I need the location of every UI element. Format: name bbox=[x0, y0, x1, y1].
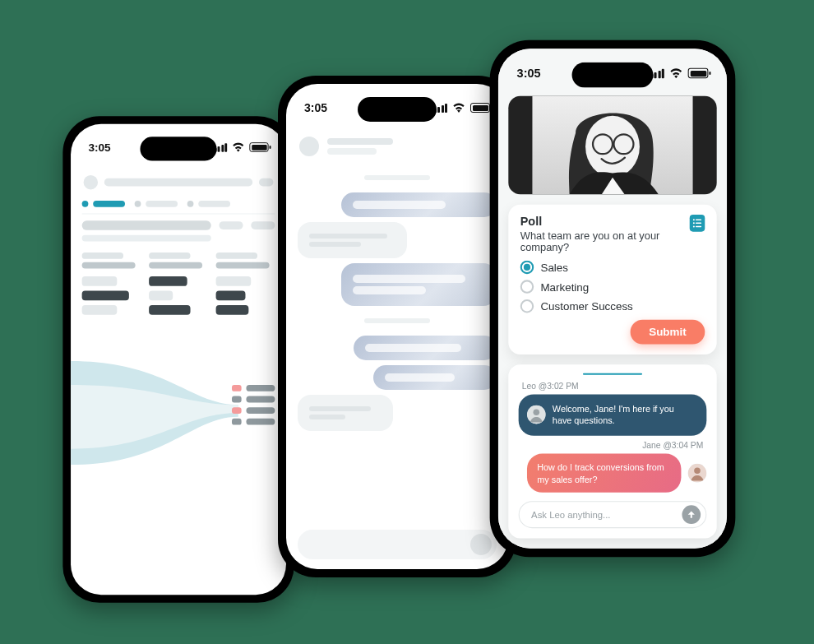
poll-option-sales[interactable]: Sales bbox=[520, 261, 705, 274]
battery-icon bbox=[688, 68, 709, 78]
svg-point-13 bbox=[534, 410, 540, 416]
phone-analytics: 3:05 bbox=[62, 116, 294, 603]
title-skeleton bbox=[82, 220, 275, 230]
poll-title: Poll bbox=[520, 215, 690, 228]
status-time: 3:05 bbox=[88, 141, 110, 154]
chat-input-skeleton[interactable] bbox=[298, 530, 497, 559]
status-icons bbox=[214, 142, 268, 152]
card-handle[interactable] bbox=[583, 373, 642, 375]
presenter-video[interactable] bbox=[508, 96, 716, 195]
poll-option-label: Customer Success bbox=[540, 300, 632, 313]
poll-option-cs[interactable]: Customer Success bbox=[520, 299, 705, 313]
tab-item[interactable] bbox=[187, 201, 230, 207]
tab-item[interactable] bbox=[82, 201, 125, 207]
poll-option-marketing[interactable]: Marketing bbox=[520, 280, 705, 294]
chat-skeleton-content bbox=[286, 84, 508, 569]
chat-input[interactable]: Ask Leo anything... bbox=[519, 501, 707, 528]
svg-point-8 bbox=[693, 223, 695, 225]
message-meta: Jane @3:04 PM bbox=[519, 441, 704, 450]
svg-rect-7 bbox=[696, 220, 701, 220]
message-bubble bbox=[373, 365, 497, 390]
submit-button[interactable]: Submit bbox=[631, 320, 705, 345]
send-arrow-icon[interactable] bbox=[682, 505, 701, 524]
status-icons bbox=[434, 103, 491, 113]
svg-point-6 bbox=[693, 220, 695, 221]
phone-chat-skeleton: 3:05 bbox=[278, 76, 516, 577]
header-skeleton bbox=[71, 169, 286, 194]
svg-rect-11 bbox=[696, 226, 701, 227]
analytics-content bbox=[71, 124, 286, 595]
chart-legend bbox=[232, 385, 275, 425]
tabs-skeleton bbox=[71, 194, 286, 211]
radio-icon bbox=[520, 261, 534, 274]
wifi-icon bbox=[452, 103, 465, 113]
status-time: 3:05 bbox=[304, 101, 327, 114]
chat-card: Leo @3:02 PM Welcome, Jane! I'm here if … bbox=[508, 365, 716, 539]
battery-icon bbox=[249, 142, 268, 152]
phone-webinar: 3:05 bbox=[490, 40, 736, 557]
dynamic-island bbox=[140, 137, 216, 160]
message-bubble: How do I track conversions from my sales… bbox=[527, 453, 681, 493]
status-icons bbox=[650, 68, 709, 78]
chat-input-placeholder: Ask Leo anything... bbox=[531, 509, 610, 519]
wifi-icon bbox=[232, 142, 245, 152]
poll-option-label: Marketing bbox=[540, 280, 589, 293]
avatar-icon bbox=[527, 405, 546, 424]
radio-icon bbox=[520, 299, 534, 313]
tab-item[interactable] bbox=[135, 201, 178, 207]
message-bubble bbox=[341, 192, 497, 217]
poll-card: Poll What team are you on at your compan… bbox=[508, 205, 716, 354]
message-meta: Leo @3:02 PM bbox=[522, 382, 707, 391]
metrics-columns bbox=[71, 249, 286, 319]
message-bubble bbox=[341, 263, 497, 306]
svg-rect-9 bbox=[696, 223, 701, 224]
message-text: Welcome, Jane! I'm here if you have ques… bbox=[553, 403, 695, 427]
avatar-icon bbox=[688, 464, 707, 483]
webinar-content: Poll What team are you on at your compan… bbox=[498, 49, 727, 549]
radio-icon bbox=[520, 280, 534, 294]
svg-point-10 bbox=[693, 226, 695, 228]
wifi-icon bbox=[669, 68, 682, 78]
poll-question: What team are you on at your company? bbox=[520, 230, 690, 254]
chat-header-skeleton bbox=[286, 130, 508, 160]
message-bubble bbox=[298, 222, 407, 258]
dynamic-island bbox=[572, 63, 654, 88]
send-icon[interactable] bbox=[470, 534, 492, 555]
battery-icon bbox=[470, 103, 490, 113]
message-row: How do I track conversions from my sales… bbox=[519, 453, 707, 493]
status-time: 3:05 bbox=[517, 67, 541, 80]
message-bubble bbox=[298, 395, 393, 431]
svg-point-15 bbox=[694, 467, 701, 474]
message-text: How do I track conversions from my sales… bbox=[537, 461, 664, 484]
message-bubble bbox=[354, 336, 497, 360]
dynamic-island bbox=[358, 97, 437, 122]
message-bubble: Welcome, Jane! I'm here if you have ques… bbox=[519, 395, 707, 436]
sankey-chart bbox=[71, 329, 286, 473]
message-row: Welcome, Jane! I'm here if you have ques… bbox=[519, 395, 707, 436]
poll-option-label: Sales bbox=[540, 261, 568, 273]
poll-list-icon bbox=[690, 215, 705, 232]
